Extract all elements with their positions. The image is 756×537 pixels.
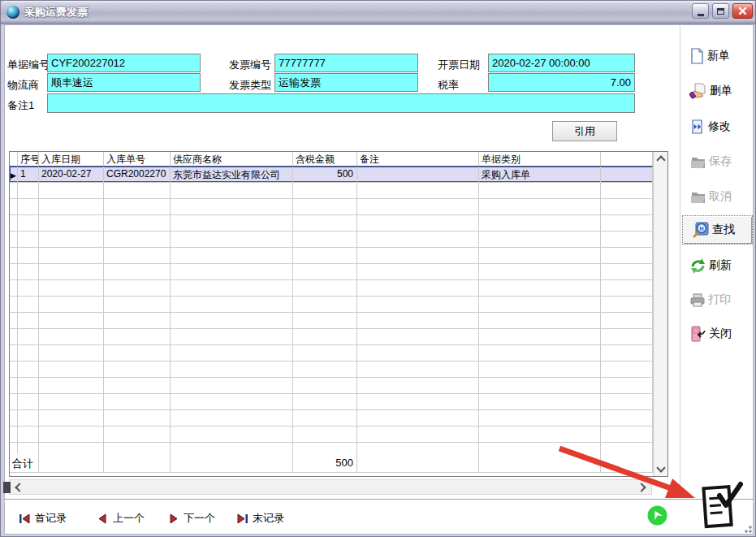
scroll-down-icon[interactable]: [656, 463, 665, 472]
header-cell[interactable]: 序号: [18, 152, 39, 166]
cancel-button[interactable]: 取消: [689, 185, 751, 208]
empty-cell: [18, 280, 39, 296]
empty-cell: [104, 215, 171, 231]
cell-date[interactable]: 2020-02-27: [39, 167, 104, 182]
empty-cell: [39, 280, 104, 296]
table-empty-row: [10, 362, 653, 378]
refresh-button[interactable]: 刷新: [689, 254, 751, 277]
empty-cell: [104, 443, 171, 454]
window-title: 采购运费发票: [24, 5, 88, 19]
empty-cell: [104, 329, 171, 344]
empty-cell: [171, 297, 293, 312]
close-door-icon: [689, 325, 706, 343]
invoice-type-input[interactable]: [274, 73, 418, 92]
footer-cell: [357, 454, 479, 472]
find-button[interactable]: H 查找: [692, 219, 754, 241]
empty-cell: [601, 313, 653, 328]
cell-amount[interactable]: 500: [293, 167, 357, 182]
sidebar-button-label: 取消: [709, 189, 732, 204]
table-empty-row: [10, 378, 653, 394]
reference-button[interactable]: 引用: [552, 121, 617, 141]
header-cell[interactable]: 含税金额: [293, 152, 357, 166]
empty-cell: [479, 329, 601, 344]
delete-doc-button[interactable]: 删单: [689, 80, 751, 102]
header-cell[interactable]: [601, 152, 653, 166]
empty-cell: [18, 427, 39, 442]
empty-cell: [18, 410, 39, 426]
table-row[interactable]: ▶ 1 2020-02-27 CGR2002270 东莞市益达实业有限公司 50…: [10, 167, 653, 183]
horizontal-scrollbar[interactable]: [9, 479, 652, 495]
save-button[interactable]: 保存: [689, 150, 751, 173]
empty-cell: [293, 248, 357, 263]
last-record-icon: [236, 513, 248, 525]
maximize-button[interactable]: [712, 3, 729, 19]
empty-cell: [601, 199, 653, 214]
logistics-input[interactable]: [47, 73, 201, 92]
last-record-button[interactable]: 末记录: [236, 510, 284, 526]
modify-icon: [689, 119, 706, 135]
empty-cell: [104, 280, 171, 296]
table-empty-row: [10, 427, 653, 443]
empty-cell: [39, 410, 104, 426]
bottom-separator: [4, 499, 754, 502]
empty-cell: [39, 232, 104, 247]
first-record-button[interactable]: 首记录: [19, 510, 67, 526]
sidebar-separator: [680, 24, 680, 499]
empty-cell: [18, 313, 39, 328]
next-record-button[interactable]: 下一个: [167, 510, 215, 526]
empty-cell: [104, 410, 171, 426]
empty-cell: [601, 297, 653, 312]
table-empty-row: [10, 280, 653, 297]
cell-doc[interactable]: CGR2002270: [104, 167, 171, 182]
empty-cell: [479, 362, 601, 377]
header-cell[interactable]: 单据类别: [479, 152, 601, 166]
invoice-type-label: 发票类型: [229, 78, 271, 93]
empty-cell: [10, 297, 18, 312]
empty-cell: [601, 215, 653, 231]
scroll-up-icon[interactable]: [656, 155, 665, 164]
remark1-input[interactable]: [47, 93, 635, 113]
header-cell[interactable]: 供应商名称: [171, 152, 293, 166]
scroll-right-icon[interactable]: [637, 483, 646, 492]
header-cell[interactable]: 入库单号: [104, 152, 171, 166]
doc-no-input[interactable]: [47, 54, 201, 72]
tax-rate-input[interactable]: [488, 73, 635, 92]
empty-cell: [171, 232, 293, 247]
empty-cell: [357, 427, 479, 442]
empty-cell: [171, 183, 293, 198]
scroll-left-icon[interactable]: [15, 483, 24, 492]
delete-doc-icon: [689, 83, 707, 100]
new-doc-button[interactable]: 新单: [689, 45, 751, 67]
empty-cell: [39, 329, 104, 344]
table-footer-row: 合计 500: [10, 454, 653, 473]
scroll-thumb[interactable]: [3, 482, 11, 493]
sidebar-button-label: 修改: [708, 119, 731, 134]
empty-cell: [171, 313, 293, 328]
header-cell[interactable]: 入库日期: [39, 152, 104, 166]
empty-cell: [18, 329, 39, 344]
invoice-date-input[interactable]: [488, 54, 635, 72]
nav-label: 上一个: [113, 511, 145, 526]
minimize-icon: [698, 14, 704, 16]
empty-cell: [171, 443, 293, 454]
empty-cell: [479, 199, 601, 214]
resize-grip[interactable]: [742, 523, 752, 533]
cell-extra[interactable]: [601, 167, 653, 182]
invoice-no-input[interactable]: [274, 54, 418, 72]
empty-cell: [171, 264, 293, 279]
cell-supplier[interactable]: 东莞市益达实业有限公司: [171, 167, 293, 182]
print-button[interactable]: 打印: [689, 288, 751, 311]
cell-remark[interactable]: [357, 167, 479, 182]
header-cell[interactable]: 备注: [357, 152, 479, 166]
close-form-button[interactable]: 关闭: [689, 323, 751, 345]
cell-type[interactable]: 采购入库单: [479, 167, 601, 182]
vertical-scrollbar[interactable]: [653, 152, 667, 476]
minimize-button[interactable]: [692, 3, 709, 19]
close-button[interactable]: [732, 3, 753, 19]
prev-record-button[interactable]: 上一个: [97, 510, 145, 526]
modify-button[interactable]: 修改: [689, 115, 751, 138]
empty-cell: [601, 427, 653, 442]
empty-cell: [10, 264, 18, 279]
empty-cell: [104, 248, 171, 263]
cell-seq[interactable]: 1: [18, 167, 39, 182]
